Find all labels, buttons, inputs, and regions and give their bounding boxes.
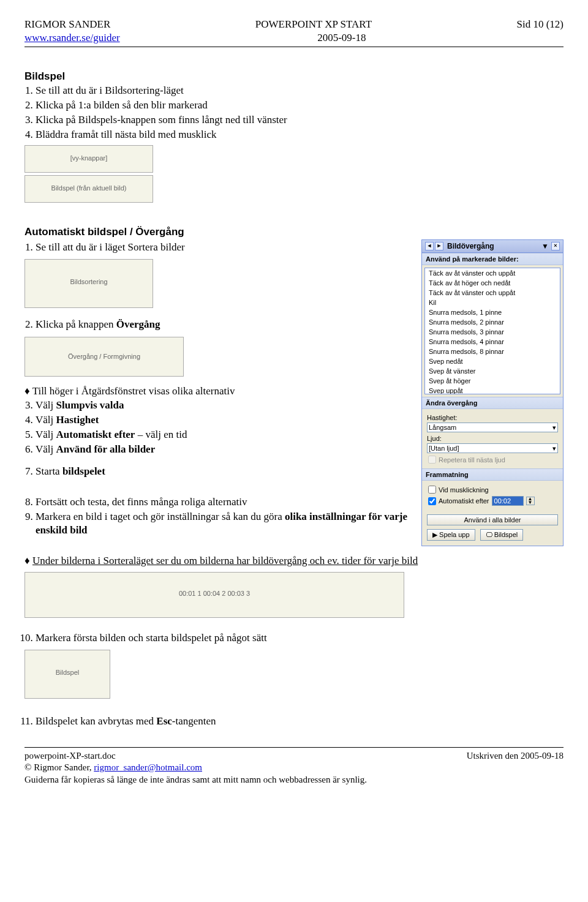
header-author: RIGMOR SANDER <box>24 18 110 31</box>
tp-opt[interactable]: Kil <box>425 298 560 307</box>
tp-opt[interactable]: Snurra medsols, 8 pinnar <box>425 347 560 356</box>
tp-opt[interactable]: Snurra medsols, 1 pinne <box>425 307 560 317</box>
tp-opt[interactable]: Svep uppåt <box>425 386 560 394</box>
header-page: Sid 10 (12) <box>517 18 564 31</box>
nav-back-icon[interactable]: ◄ <box>425 242 434 250</box>
tp-opt[interactable]: Svep nedåt <box>425 356 560 366</box>
lbl-speed: Hastighet: <box>427 414 558 421</box>
tp-effect-list[interactable]: Täck av åt vänster och uppåt Täck av åt … <box>424 268 560 394</box>
lbl-sound: Ljud: <box>427 435 558 442</box>
header-divider <box>24 47 564 47</box>
s2-bullet: Till höger i Åtgärdsfönstret visas olika… <box>24 385 414 397</box>
footer-divider <box>24 747 564 748</box>
input-auto-time[interactable]: 00:02 <box>492 496 524 506</box>
select-speed[interactable]: Långsam▾ <box>427 423 558 432</box>
btn-play[interactable]: ▶ Spela upp <box>427 529 475 541</box>
s1-step1: Se till att du är i Bildsortering-läget <box>36 84 564 97</box>
s1-step4: Bläddra framåt till nästa bild med muskl… <box>36 128 564 141</box>
btn-apply-all[interactable]: Använd i alla bilder <box>427 514 558 525</box>
tp-section-advance: Frammatning <box>422 468 563 481</box>
s2-step8: Fortsätt och testa, det finns många roli… <box>36 495 414 509</box>
chk-loop <box>428 456 436 464</box>
footer-notice: Guiderna får kopieras så länge de inte ä… <box>24 774 564 786</box>
s2-fig4: Bildspel <box>24 650 110 699</box>
s1-fig1: [vy-knappar] <box>24 145 153 173</box>
header-title: POWERPOINT XP START <box>255 18 372 31</box>
s1-step3: Klicka på Bildspels-knappen som finns lå… <box>36 113 564 127</box>
section1-heading: Bildspel <box>24 70 564 83</box>
s2-fig2: Övergång / Formgivning <box>24 337 184 377</box>
s2-step9: Markera en bild i taget och gör inställn… <box>36 510 414 537</box>
footer-copyright: © Rigmor Sander, <box>24 762 94 772</box>
footer-file: powerpoint-XP-start.doc <box>24 750 116 762</box>
chk-auto[interactable] <box>428 497 436 505</box>
btn-slideshow[interactable]: 🖵 Bildspel <box>480 529 524 541</box>
tp-opt[interactable]: Snurra medsols, 2 pinnar <box>425 317 560 327</box>
tp-opt[interactable]: Snurra medsols, 3 pinnar <box>425 327 560 337</box>
s2-note: Under bilderna i Sorteraläget ser du om … <box>24 555 564 567</box>
s2-step6: Välj Använd för alla bilder <box>36 443 414 456</box>
tp-opt[interactable]: Täck av åt höger och nedåt <box>425 278 560 288</box>
footer-printed: Utskriven den 2005-09-18 <box>467 750 564 762</box>
taskpane-dropdown-icon[interactable]: ▼ <box>541 242 549 250</box>
taskpane-title: Bildövergång <box>447 242 541 250</box>
tp-section-modify: Ändra övergång <box>422 397 563 409</box>
tp-section-apply: Använd på markerade bilder: <box>422 253 563 265</box>
lbl-loop: Repetera till nästa ljud <box>439 456 505 464</box>
section2-heading: Automatiskt bildspel / Övergång <box>24 226 564 238</box>
tp-opt[interactable]: Svep åt höger <box>425 376 560 386</box>
s2-step4: Välj Hastighet <box>36 413 414 427</box>
s2-step7: Starta bildspelet <box>36 465 414 478</box>
taskpane-bildovergang: ◄ ► Bildövergång ▼ × Använd på markerade… <box>421 239 564 546</box>
s2-fig3: 00:01 1 00:04 2 00:03 3 <box>24 572 404 618</box>
header-date: 2005-09-18 <box>317 32 366 44</box>
s1-step2: Klicka på 1:a bilden så den blir markera… <box>36 99 564 112</box>
s2-step5: Välj Automatiskt efter – välj en tid <box>36 428 414 442</box>
tp-opt[interactable]: Svep åt vänster <box>425 366 560 376</box>
footer-email[interactable]: rigmor_sander@hotmail.com <box>94 762 202 772</box>
select-sound[interactable]: [Utan ljud]▾ <box>427 443 558 453</box>
lbl-click: Vid musklickning <box>439 486 489 494</box>
s2-step11: Bildspelet kan avbrytas med Esc-tangente… <box>36 715 564 728</box>
s2-step1: Se till att du är i läget Sortera bilder <box>36 241 414 254</box>
taskpane-close-icon[interactable]: × <box>551 242 560 250</box>
chk-click[interactable] <box>428 486 436 494</box>
s2-step3: Välj Slumpvis valda <box>36 399 414 412</box>
s2-step10: Markera första bilden och starta bildspe… <box>36 631 564 645</box>
s2-step2: Klicka på knappen Övergång <box>36 318 414 331</box>
tp-opt[interactable]: Snurra medsols, 4 pinnar <box>425 337 560 347</box>
s2-fig1: Bildsortering <box>24 259 153 308</box>
tp-opt[interactable]: Täck av åt vänster och uppåt <box>425 288 560 298</box>
spinner-icon[interactable]: ▲▼ <box>526 497 535 505</box>
lbl-auto: Automatiskt efter <box>439 497 489 505</box>
s1-fig2: Bildspel (från aktuell bild) <box>24 175 153 203</box>
nav-fwd-icon[interactable]: ► <box>435 242 443 250</box>
tp-opt[interactable]: Täck av åt vänster och uppåt <box>425 268 560 278</box>
header-url[interactable]: www.rsander.se/guider <box>24 32 120 43</box>
